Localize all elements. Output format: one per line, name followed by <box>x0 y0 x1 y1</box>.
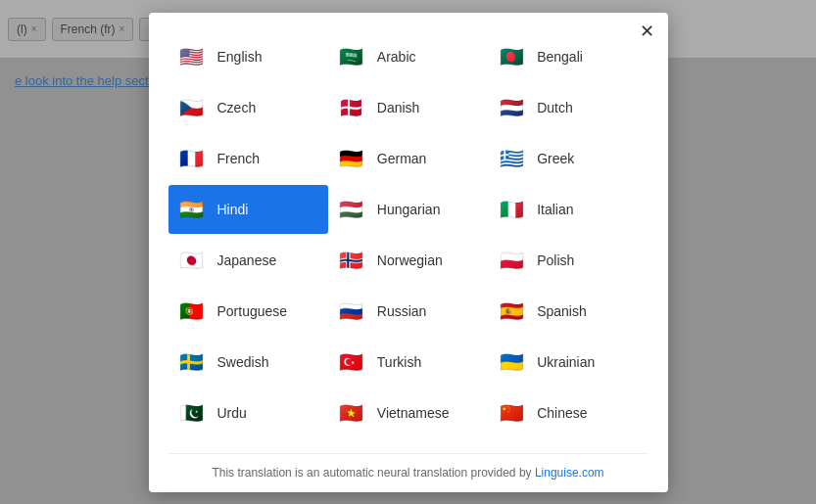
flag-icon-pt: 🇵🇹 <box>176 296 208 327</box>
flag-icon-bn: 🇧🇩 <box>496 41 527 72</box>
language-name-ar: Arabic <box>377 49 416 65</box>
language-item-da[interactable]: 🇩🇰Danish <box>328 83 488 132</box>
flag-icon-uk: 🇺🇦 <box>496 346 527 378</box>
language-name-ur: Urdu <box>217 405 247 421</box>
language-name-it: Italian <box>537 202 573 217</box>
language-name-en: English <box>217 49 263 65</box>
language-item-pl[interactable]: 🇵🇱Polish <box>488 236 648 285</box>
language-item-ar[interactable]: 🇸🇦Arabic <box>328 32 488 81</box>
flag-icon-hu: 🇭🇺 <box>336 194 367 225</box>
footer-text: This translation is an automatic neural … <box>212 466 531 480</box>
language-item-es[interactable]: 🇪🇸Spanish <box>488 287 648 336</box>
flag-icon-nl: 🇳🇱 <box>496 92 527 123</box>
flag-icon-el: 🇬🇷 <box>496 143 527 174</box>
flag-icon-ru: 🇷🇺 <box>336 296 367 327</box>
language-item-zh[interactable]: 🇨🇳Chinese <box>488 389 648 437</box>
language-name-hu: Hungarian <box>377 202 441 217</box>
language-name-zh: Chinese <box>537 405 587 421</box>
flag-icon-no: 🇳🇴 <box>336 245 367 276</box>
language-item-de[interactable]: 🇩🇪German <box>328 134 488 183</box>
language-item-cs[interactable]: 🇨🇿Czech <box>168 83 328 132</box>
flag-icon-sv: 🇸🇪 <box>176 346 208 378</box>
language-item-it[interactable]: 🇮🇹Italian <box>488 185 648 234</box>
language-name-ru: Russian <box>377 303 427 319</box>
language-item-hi[interactable]: 🇮🇳Hindi <box>168 185 328 234</box>
flag-icon-ur: 🇵🇰 <box>176 397 208 429</box>
modal-overlay: ✕ 🇺🇸English🇸🇦Arabic🇧🇩Bengali🇨🇿Czech🇩🇰Dan… <box>0 0 816 504</box>
flag-icon-fr: 🇫🇷 <box>176 143 208 174</box>
language-name-fr: French <box>217 151 261 166</box>
language-name-no: Norwegian <box>377 252 443 268</box>
language-name-hi: Hindi <box>217 202 249 217</box>
language-item-uk[interactable]: 🇺🇦Ukrainian <box>488 338 648 387</box>
flag-icon-ar: 🇸🇦 <box>336 41 367 72</box>
language-item-fr[interactable]: 🇫🇷French <box>168 134 328 183</box>
modal-close-button[interactable]: ✕ <box>640 23 654 40</box>
language-item-bn[interactable]: 🇧🇩Bengali <box>488 32 648 81</box>
language-name-pl: Polish <box>537 252 574 268</box>
language-item-el[interactable]: 🇬🇷Greek <box>488 134 648 183</box>
language-item-en[interactable]: 🇺🇸English <box>168 32 328 81</box>
language-name-uk: Ukrainian <box>537 354 595 370</box>
language-name-ja: Japanese <box>217 252 277 268</box>
language-item-sv[interactable]: 🇸🇪Swedish <box>168 338 328 387</box>
language-name-nl: Dutch <box>537 100 573 115</box>
flag-icon-hi: 🇮🇳 <box>176 194 208 225</box>
language-item-ja[interactable]: 🇯🇵Japanese <box>168 236 328 285</box>
language-item-tr[interactable]: 🇹🇷Turkish <box>328 338 488 387</box>
language-name-el: Greek <box>537 151 574 166</box>
flag-icon-tr: 🇹🇷 <box>336 346 367 378</box>
language-item-ur[interactable]: 🇵🇰Urdu <box>168 389 328 437</box>
flag-icon-da: 🇩🇰 <box>336 92 367 123</box>
language-name-de: German <box>377 151 427 166</box>
language-name-pt: Portuguese <box>217 303 288 319</box>
language-item-vi[interactable]: 🇻🇳Vietnamese <box>328 389 488 437</box>
flag-icon-de: 🇩🇪 <box>336 143 367 174</box>
language-name-bn: Bengali <box>537 49 583 65</box>
languages-grid: 🇺🇸English🇸🇦Arabic🇧🇩Bengali🇨🇿Czech🇩🇰Danis… <box>168 32 648 437</box>
language-name-sv: Swedish <box>217 354 269 370</box>
modal-footer: This translation is an automatic neural … <box>168 453 648 480</box>
language-name-vi: Vietnamese <box>377 405 450 421</box>
flag-icon-en: 🇺🇸 <box>176 41 208 72</box>
language-name-tr: Turkish <box>377 354 421 370</box>
flag-icon-vi: 🇻🇳 <box>336 397 367 429</box>
language-item-ru[interactable]: 🇷🇺Russian <box>328 287 488 336</box>
flag-icon-zh: 🇨🇳 <box>496 397 527 429</box>
language-item-no[interactable]: 🇳🇴Norwegian <box>328 236 488 285</box>
language-name-cs: Czech <box>217 100 257 115</box>
flag-icon-pl: 🇵🇱 <box>496 245 527 276</box>
language-name-es: Spanish <box>537 303 587 319</box>
flag-icon-es: 🇪🇸 <box>496 296 527 327</box>
language-picker-modal: ✕ 🇺🇸English🇸🇦Arabic🇧🇩Bengali🇨🇿Czech🇩🇰Dan… <box>149 13 668 492</box>
language-item-pt[interactable]: 🇵🇹Portuguese <box>168 287 328 336</box>
flag-icon-ja: 🇯🇵 <box>176 245 208 276</box>
linguise-link[interactable]: Linguise.com <box>535 466 604 480</box>
flag-icon-cs: 🇨🇿 <box>176 92 208 123</box>
language-name-da: Danish <box>377 100 420 115</box>
language-item-nl[interactable]: 🇳🇱Dutch <box>488 83 648 132</box>
language-item-hu[interactable]: 🇭🇺Hungarian <box>328 185 488 234</box>
flag-icon-it: 🇮🇹 <box>496 194 527 225</box>
